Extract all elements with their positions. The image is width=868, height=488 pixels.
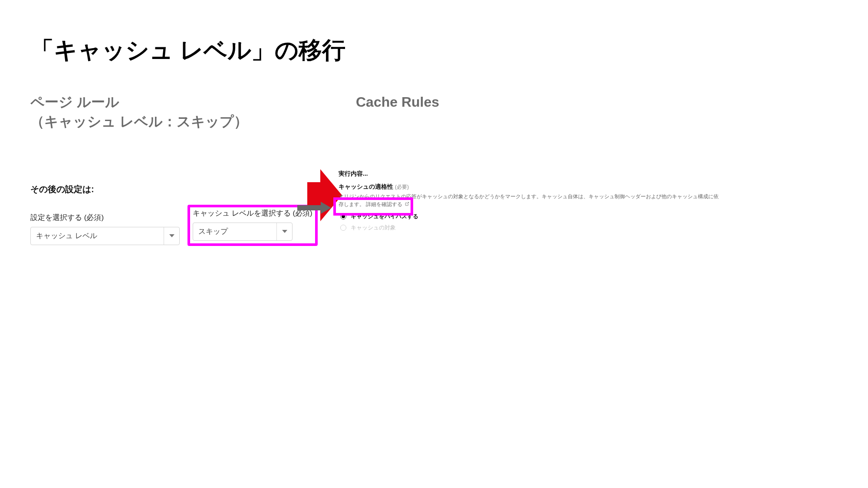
exec-content-label: 実行内容...	[339, 170, 851, 178]
svg-line-0	[407, 202, 409, 204]
learn-more-link[interactable]: 詳細を確認する	[366, 201, 402, 207]
select-setting-label: 設定を選択する (必須)	[30, 213, 180, 223]
right-heading: Cache Rules	[356, 92, 838, 112]
select-cache-level-value: スキップ	[198, 226, 228, 236]
select-setting-dropdown[interactable]: キャッシュ レベル	[30, 227, 180, 245]
chevron-down-icon	[164, 227, 179, 245]
cache-eligibility-description: オリジンからのリクエストの応答がキャッシュの対象となるかどうかをマークします。キ…	[339, 193, 851, 208]
select-cache-level-dropdown[interactable]: スキップ	[193, 223, 293, 241]
radio-bypass-cache[interactable]: キャッシュをバイパスする	[339, 211, 851, 222]
radio-icon	[340, 225, 346, 231]
cache-rules-panel: 実行内容... キャッシュの適格性(必要) オリジンからのリクエストの応答がキャ…	[339, 170, 851, 233]
page-rules-panel: その後の設定は: 設定を選択する (必須) キャッシュ レベル キャッシュ レベ…	[30, 183, 339, 245]
chevron-down-icon	[276, 223, 292, 240]
page-rules-subtitle: その後の設定は:	[30, 183, 339, 195]
slide-title: 「キャッシュ レベル」の移行	[30, 35, 838, 66]
left-heading: ページ ルール （キャッシュ レベル：スキップ）	[30, 92, 339, 131]
select-setting-value: キャッシュ レベル	[36, 231, 97, 241]
radio-cache-eligible[interactable]: キャッシュの対象	[339, 222, 851, 233]
radio-icon	[340, 213, 346, 219]
cache-eligibility-title: キャッシュの適格性(必要)	[339, 183, 851, 191]
select-cache-level-label: キャッシュ レベルを選択する (必須)	[193, 208, 312, 218]
arrow-gray-icon	[297, 203, 332, 213]
external-link-icon	[405, 200, 409, 208]
